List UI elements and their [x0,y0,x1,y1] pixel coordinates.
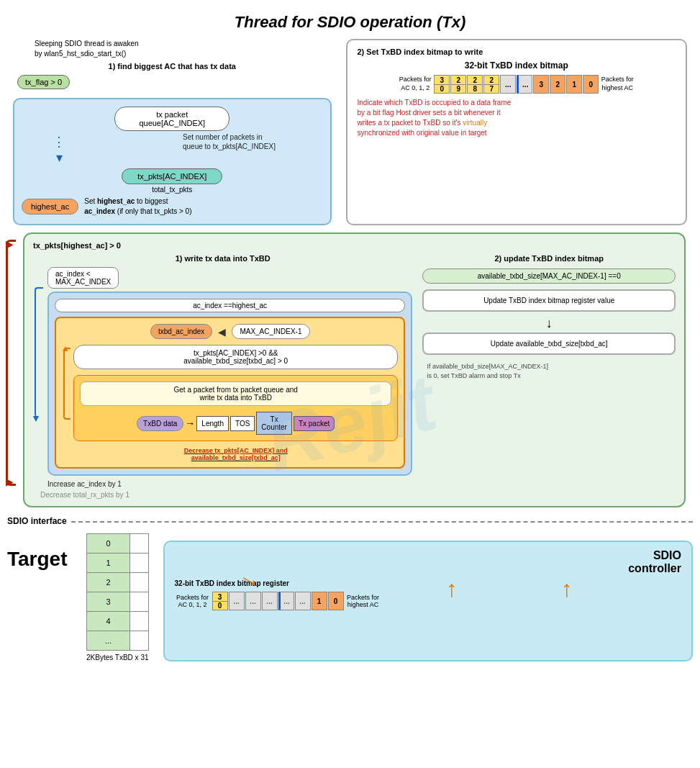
bottom-cell-0: 30 [212,592,228,610]
mid-left: 1) write tx data into TxBD ▼ ac_index <M… [33,254,412,499]
avail-txbd-cond: available_txbd_size[MAX_AC_INDEX-1] ==0 [422,268,676,284]
bottom-section: Target 0 1 2 3 4 ... 2KBytes TxBD x 31 [0,533,700,661]
set-txbd-label: 2) Set TxBD index bitmap to write [358,48,676,56]
flow-outer-box: tx packet queue[AC_INDEX] ⋮▾ Set number … [13,98,332,225]
txbd-cell-dots: ... [87,631,130,650]
orange-arrow-3: ↑ [561,576,573,602]
tx-pkts-condition: tx_pkts[highest_ac] > 0 [33,241,676,250]
loop-arrow-top: ▶ [6,238,14,250]
txbd-cell-1: 1 [87,554,130,572]
increase-label: Increase ac_index by 1 [47,480,412,488]
txbd-table: 0 1 2 3 4 ... 2KBytes TxBD x 31 [86,533,149,661]
bitmap-cell-1: 29 [450,75,466,94]
bottom-bitmap-cells: 30 ... ... ... ... ... 1 0 [212,592,344,610]
bottom-cell-4: ... [278,592,294,610]
write-tx-title: 1) write tx data into TxBD [33,254,412,263]
mid-right: 2) update TxBD index bitmap available_tx… [422,254,676,499]
bitmap-indicate: Indicate which TxBD is occupied to a dat… [358,98,676,138]
bitmap-cell-0: 30 [434,75,450,94]
ac-index-box: ac_index <MAX_AC_INDEX [47,267,119,289]
mid-outer: ▶ ▶ tx_pkts[highest_ac] > 0 1) write tx … [16,232,693,507]
inner-orange2-box: Get a packet from tx packet queue andwri… [73,375,398,441]
get-packet-box: Get a packet from tx packet queue andwri… [80,381,391,406]
tos-cell: TOS [230,416,255,431]
loop-indicator-left [6,240,16,486]
txbd-cell-3: 3 [87,592,130,611]
bitmap-cell-3: 27 [483,75,499,94]
max-ac-pill: MAX_AC_INDEX-1 [232,324,309,339]
bitmap-cell-9: 0 [583,75,599,94]
bottom-cell-5: ... [295,592,311,610]
txbd-2kbytes-label: 2KBytes TxBD x 31 [86,654,149,661]
txbd-row-2: 2 [87,573,148,592]
bottom-bitmap-row: Packets forAC 0, 1, 2 30 ... ... ... ...… [175,592,681,610]
txbd-ac-pill: txbd_ac_index [150,324,213,339]
inner-orange-box: txbd_ac_index ◀ MAX_AC_INDEX-1 ▲ [55,317,405,469]
sdio-interface-label: SDIO interface [7,516,67,526]
sdio-controller-box: SDIOcontroller 32-bit TxBD index bitmap … [163,541,693,661]
bitmap-cell-4: ... [500,75,516,94]
set-number-label: Set number of packets inqueue to tx_pkts… [183,132,276,151]
down-arrow: ⋮▾ [53,134,63,166]
tx-packet-cell: Tx packet [294,416,335,431]
txbd-table-inner: 0 1 2 3 4 ... [86,533,149,651]
txbd-row-4: 4 [87,612,148,631]
length-cell: Length [196,416,229,431]
ac-equal-pill: ac_index ==highest_ac [55,299,405,312]
tx-pkts-pill: tx_pkts[AC_INDEX] [122,168,222,184]
bitmap-cell-6: 3 [533,75,549,94]
decrease-label: Decrease tx_pkts[AC_INDEX] and available… [73,447,398,461]
bottom-cell-7: 0 [328,592,344,610]
txbd-cell-2: 2 [87,573,130,592]
bitmap-label-right: Packets forhighest AC [599,76,635,92]
txbd-row-dots: ... [87,631,148,650]
txbd-row-1: 1 [87,554,148,573]
txbd-data-row: TxBD data → Length TOS TxCounter Tx pack… [80,412,391,435]
bottom-bitmap-label-right: Packets forhighest AC [345,594,381,608]
txbd-row-0: 0 [87,534,148,554]
bottom-cell-3: ... [262,592,278,610]
bottom-cell-2: ... [245,592,261,610]
find-ac-label: 1) find biggest AC that has tx data [13,62,332,71]
bitmap-label-left: Packets forAC 0, 1, 2 [397,76,433,92]
txbd-data-pill: TxBD data [137,416,183,431]
right-bitmap: 2) Set TxBD index bitmap to write 32-bit… [346,39,688,225]
txbd-row-3: 3 [87,592,148,612]
update-box-1: Update TxBD index bitmap register value [422,289,676,312]
arrow-left: ◀ [218,326,226,338]
txbd-ac-row: txbd_ac_index ◀ MAX_AC_INDEX-1 [62,324,398,339]
set-highest-label: Set highest_ac to biggestac_index (if on… [84,196,191,217]
orange-arrow-2: ↑ [446,576,458,602]
bottom-bitmap-label-left: Packets forAC 0, 1, 2 [175,594,211,608]
txbd-cell-0: 0 [87,534,130,553]
tx-flag-box: tx_flag > 0 [17,75,70,89]
bitmap-cell-8: 1 [566,75,582,94]
bitmap-cells: 30 29 28 27 ... ... 3 2 1 0 [434,75,599,94]
left-flow: Sleeping SDIO thread is awaken by wlan5_… [13,39,332,225]
bitmap-cell-7: 2 [550,75,565,94]
txbd-cell-4: 4 [87,612,130,631]
if-available-label: If available_txbd_size[MAX_AC_INDEX-1]is… [422,359,676,383]
queue-pill: tx packet queue[AC_INDEX] [114,107,229,131]
inner-blue-box: ac_index ==highest_ac txbd_ac_index ◀ MA… [47,292,412,476]
bitmap-cell-5: ... [517,75,532,94]
decrease-total-label: Decrease total_rx_pkts by 1 [40,491,412,499]
total-label: total_tx_pkts [22,186,323,194]
tx-pkts-cond-box: tx_pkts[AC_INDEX] >0 &&available_txbd_si… [73,345,398,369]
sdio-dashed-line [71,521,693,523]
sdio-controller-title: SDIOcontroller [175,549,681,575]
update-title: 2) update TxBD index bitmap [422,254,676,263]
update-box-2: Update available_txbd_size[txbd_ac] [422,333,676,355]
mid-section: tx_pkts[highest_ac] > 0 1) write tx data… [23,232,686,507]
highest-ac-row: highest_ac Set highest_ac to biggestac_i… [22,196,323,217]
bitmap-cell-2: 28 [467,75,483,94]
target-label: Target [7,548,72,661]
sleeping-label: Sleeping SDIO thread is awaken by wlan5_… [35,39,332,59]
bitmap-row: Packets forAC 0, 1, 2 30 29 28 27 ... ..… [358,75,676,94]
loop-arrow-bottom: ▶ [6,476,14,487]
bitmap-title: 32-bit TxBD index bitmap [358,60,676,71]
bottom-cell-1: ... [229,592,245,610]
arrow-right: → [185,417,195,429]
highest-ac-pill: highest_ac [22,199,78,214]
bottom-cell-6: 1 [312,592,327,610]
